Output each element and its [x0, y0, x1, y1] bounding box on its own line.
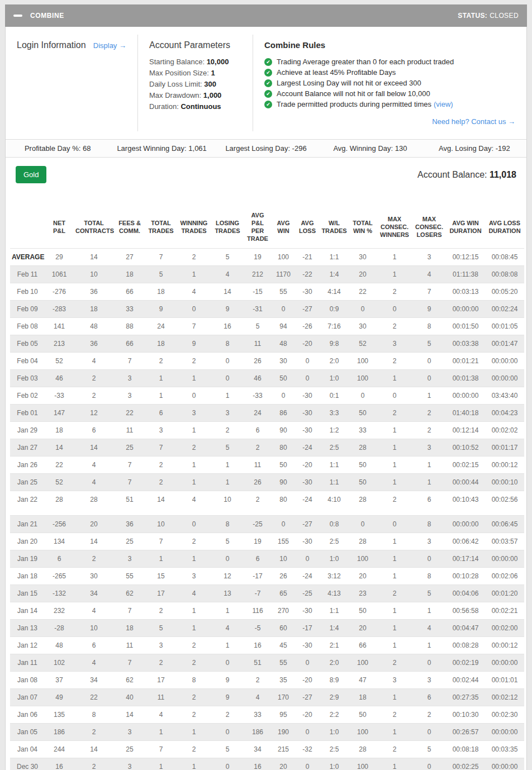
table-cell: 232: [45, 602, 74, 620]
table-cell: 33: [114, 301, 145, 318]
table-cell: 186: [244, 724, 272, 741]
column-header: AVG LOSS: [295, 206, 320, 249]
table-cell: 30: [272, 353, 295, 370]
table-cell: 0: [272, 301, 295, 318]
table-row: Jan 18-265305515312-1726-243:12201800:10…: [10, 568, 524, 585]
table-row: Jan 15-132346217413-765-254:13232500:04:…: [10, 585, 524, 602]
table-cell: 2: [244, 491, 272, 508]
table-cell: 1:2: [320, 422, 349, 439]
table-cell: 0: [295, 370, 320, 387]
collapse-icon[interactable]: [13, 15, 22, 17]
table-cell: 1: [377, 457, 412, 474]
table-cell: -30: [295, 474, 320, 491]
table-cell: 00:01:50: [446, 318, 485, 335]
table-cell: 22: [349, 283, 377, 301]
table-cell: 141: [45, 318, 74, 335]
display-link[interactable]: Display →: [93, 41, 126, 50]
info-section: Login Information Display → Account Para…: [6, 27, 526, 139]
table-cell: 0:1: [320, 387, 349, 405]
table-cell: 00:01:38: [446, 370, 485, 387]
table-cell: 0: [412, 724, 446, 741]
table-cell: 0: [412, 654, 446, 672]
row-date: Feb 05: [10, 335, 45, 353]
table-cell: 2: [74, 370, 114, 387]
table-cell: 00:06:42: [446, 533, 485, 550]
table-cell: 2: [244, 439, 272, 457]
table-cell: 1: [145, 387, 177, 405]
table-cell: 5: [211, 741, 244, 758]
table-cell: 40: [114, 689, 145, 706]
table-cell: 1: [412, 457, 446, 474]
table-cell: 2: [74, 550, 114, 568]
account-balance-label: Account Balance:: [417, 170, 487, 179]
table-cell: 2: [412, 706, 446, 724]
table-row: Jan 12486113211645-302:1661100:08:2800:0…: [10, 637, 524, 654]
table-cell: 10: [145, 516, 177, 533]
table-cell: 244: [45, 741, 74, 758]
table-cell: 0: [295, 724, 320, 741]
row-date: Jan 29: [10, 422, 45, 439]
table-cell: 36: [74, 283, 114, 301]
table-cell: 0: [295, 353, 320, 370]
contact-us-link[interactable]: Need help? Contact us →: [432, 117, 515, 126]
table-cell: -27: [295, 301, 320, 318]
table-cell: 9:8: [320, 335, 349, 353]
table-cell: 16: [45, 758, 74, 770]
table-cell: 34: [74, 672, 114, 689]
stats-bar: Profitable Day %: 68Largest Winning Day:…: [6, 139, 526, 158]
table-cell: 3: [177, 568, 211, 585]
table-cell: 0: [177, 301, 211, 318]
account-parameter: Max Position Size: 1: [149, 68, 241, 78]
table-cell: 2:5: [320, 533, 349, 550]
table-cell: 18: [114, 620, 145, 637]
table-cell: 00:02:24: [485, 301, 524, 318]
table-cell: 0: [377, 387, 412, 405]
table-cell: 00:10:43: [446, 491, 485, 508]
table-cell: 2:2: [320, 706, 349, 724]
column-header: WINNING TRADES: [177, 206, 211, 249]
table-cell: 4: [74, 353, 114, 370]
table-cell: 48: [45, 637, 74, 654]
row-date: Jan 08: [10, 672, 45, 689]
table-cell: 16: [211, 318, 244, 335]
view-link[interactable]: (view): [434, 99, 453, 110]
table-cell: 2: [145, 353, 177, 370]
table-cell: 2: [211, 706, 244, 724]
table-cell: 19: [244, 249, 272, 266]
table-row: Jan 2228285114410280-244:10282600:10:430…: [10, 491, 524, 508]
table-row: Feb 10-276366618414-1555-304:14222700:03…: [10, 283, 524, 301]
table-cell: -33: [45, 387, 74, 405]
table-cell: -30: [295, 637, 320, 654]
check-icon: ✔: [264, 69, 272, 77]
table-cell: 0: [349, 516, 377, 533]
table-row: Jan 1110247220515502:01002000:02:1900:00…: [10, 654, 524, 672]
table-cell: 1: [377, 568, 412, 585]
table-cell: -20: [295, 672, 320, 689]
table-cell: 20: [272, 758, 295, 770]
table-cell: 6: [145, 405, 177, 422]
table-row: Feb 11106110185142121170-221:4201401:11:…: [10, 266, 524, 283]
table-cell: 18: [145, 283, 177, 301]
table-cell: 18: [349, 689, 377, 706]
table-cell: 15: [145, 568, 177, 585]
stat-item: Profitable Day %: 68: [6, 144, 110, 153]
table-cell: 00:02:25: [446, 758, 485, 770]
table-cell: 2: [412, 422, 446, 439]
gold-product-button[interactable]: Gold: [16, 166, 46, 183]
table-cell: 6: [412, 491, 446, 508]
daily-stats-table-wrap: NET P&LTOTAL CONTRACTSFEES & COMM.TOTAL …: [6, 187, 526, 770]
stat-item: Largest Losing Day: -296: [214, 144, 318, 153]
table-cell: 33: [244, 706, 272, 724]
table-cell: 4: [211, 620, 244, 637]
row-date: Jan 15: [10, 585, 45, 602]
table-row: AVERAGE29142772519100-211:1301300:12:150…: [10, 249, 524, 266]
table-cell: 2: [145, 457, 177, 474]
table-cell: 2:0: [320, 654, 349, 672]
table-cell: 4: [412, 266, 446, 283]
row-date: Jan 07: [10, 689, 45, 706]
table-cell: 5: [412, 585, 446, 602]
stat-item: Largest Winning Day: 1,061: [110, 144, 213, 153]
table-cell: 1: [377, 266, 412, 283]
table-cell: 18: [145, 335, 177, 353]
row-date: Jan 27: [10, 439, 45, 457]
